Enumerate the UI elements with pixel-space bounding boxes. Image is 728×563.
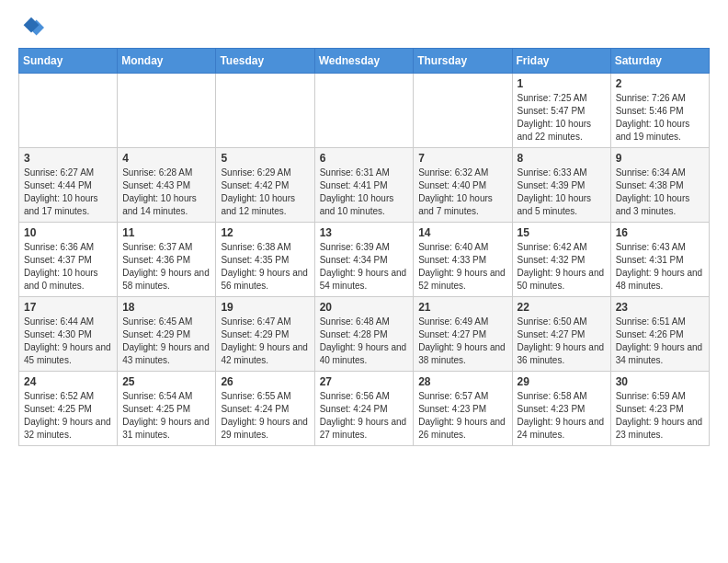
day-info: Sunrise: 6:51 AM Sunset: 4:26 PM Dayligh… — [616, 316, 704, 367]
calendar-cell: 6Sunrise: 6:31 AM Sunset: 4:41 PM Daylig… — [314, 148, 414, 223]
day-info: Sunrise: 6:59 AM Sunset: 4:23 PM Dayligh… — [616, 390, 704, 442]
weekday-header: Thursday — [414, 49, 512, 74]
day-info: Sunrise: 6:42 AM Sunset: 4:32 PM Dayligh… — [518, 241, 606, 293]
day-info: Sunrise: 6:52 AM Sunset: 4:25 PM Dayligh… — [24, 390, 112, 442]
calendar-week-row: 17Sunrise: 6:44 AM Sunset: 4:30 PM Dayli… — [19, 297, 710, 372]
calendar-cell — [216, 74, 314, 148]
calendar-cell: 14Sunrise: 6:40 AM Sunset: 4:33 PM Dayli… — [414, 223, 512, 297]
day-number: 19 — [221, 301, 309, 314]
day-number: 14 — [418, 226, 506, 239]
day-info: Sunrise: 6:50 AM Sunset: 4:27 PM Dayligh… — [518, 316, 606, 367]
weekday-header: Wednesday — [314, 49, 414, 74]
day-number: 12 — [221, 226, 309, 239]
day-number: 6 — [320, 152, 409, 165]
calendar-cell: 12Sunrise: 6:38 AM Sunset: 4:35 PM Dayli… — [216, 223, 314, 297]
calendar-cell — [118, 74, 216, 148]
weekday-header: Saturday — [610, 49, 709, 74]
calendar-cell: 28Sunrise: 6:57 AM Sunset: 4:23 PM Dayli… — [414, 372, 512, 446]
calendar-cell: 19Sunrise: 6:47 AM Sunset: 4:29 PM Dayli… — [216, 297, 314, 372]
calendar-cell: 1Sunrise: 7:25 AM Sunset: 5:47 PM Daylig… — [512, 74, 610, 148]
day-number: 18 — [122, 301, 210, 314]
day-number: 30 — [616, 375, 704, 388]
calendar-cell: 17Sunrise: 6:44 AM Sunset: 4:30 PM Dayli… — [19, 297, 118, 372]
day-info: Sunrise: 6:48 AM Sunset: 4:28 PM Dayligh… — [320, 316, 409, 367]
calendar-cell — [19, 74, 118, 148]
day-info: Sunrise: 6:49 AM Sunset: 4:27 PM Dayligh… — [418, 316, 506, 367]
logo-icon — [18, 15, 44, 40]
calendar-cell — [314, 74, 414, 148]
day-number: 29 — [518, 375, 606, 388]
day-number: 15 — [518, 226, 606, 239]
logo — [18, 15, 48, 40]
calendar-cell: 5Sunrise: 6:29 AM Sunset: 4:42 PM Daylig… — [216, 148, 314, 223]
calendar-cell: 24Sunrise: 6:52 AM Sunset: 4:25 PM Dayli… — [19, 372, 118, 446]
day-info: Sunrise: 6:58 AM Sunset: 4:23 PM Dayligh… — [518, 390, 606, 442]
calendar-week-row: 1Sunrise: 7:25 AM Sunset: 5:47 PM Daylig… — [19, 74, 710, 148]
day-number: 23 — [616, 301, 704, 314]
calendar-week-row: 3Sunrise: 6:27 AM Sunset: 4:44 PM Daylig… — [19, 148, 710, 223]
calendar-cell: 30Sunrise: 6:59 AM Sunset: 4:23 PM Dayli… — [610, 372, 709, 446]
day-number: 26 — [221, 375, 309, 388]
day-number: 3 — [24, 152, 112, 165]
day-info: Sunrise: 6:38 AM Sunset: 4:35 PM Dayligh… — [221, 241, 309, 293]
calendar-cell: 3Sunrise: 6:27 AM Sunset: 4:44 PM Daylig… — [19, 148, 118, 223]
day-info: Sunrise: 6:29 AM Sunset: 4:42 PM Dayligh… — [221, 167, 309, 218]
day-number: 11 — [122, 226, 210, 239]
calendar: SundayMondayTuesdayWednesdayThursdayFrid… — [18, 48, 710, 446]
day-info: Sunrise: 6:31 AM Sunset: 4:41 PM Dayligh… — [320, 167, 409, 218]
calendar-week-row: 10Sunrise: 6:36 AM Sunset: 4:37 PM Dayli… — [19, 223, 710, 297]
calendar-cell: 16Sunrise: 6:43 AM Sunset: 4:31 PM Dayli… — [610, 223, 709, 297]
day-info: Sunrise: 6:36 AM Sunset: 4:37 PM Dayligh… — [24, 241, 112, 293]
weekday-header: Monday — [118, 49, 216, 74]
day-info: Sunrise: 6:54 AM Sunset: 4:25 PM Dayligh… — [122, 390, 210, 442]
day-info: Sunrise: 6:47 AM Sunset: 4:29 PM Dayligh… — [221, 316, 309, 367]
calendar-cell: 11Sunrise: 6:37 AM Sunset: 4:36 PM Dayli… — [118, 223, 216, 297]
day-number: 27 — [320, 375, 409, 388]
day-number: 24 — [24, 375, 112, 388]
calendar-cell: 26Sunrise: 6:55 AM Sunset: 4:24 PM Dayli… — [216, 372, 314, 446]
day-number: 9 — [616, 152, 704, 165]
day-info: Sunrise: 6:55 AM Sunset: 4:24 PM Dayligh… — [221, 390, 309, 442]
weekday-header: Friday — [512, 49, 610, 74]
day-number: 17 — [24, 301, 112, 314]
calendar-cell: 13Sunrise: 6:39 AM Sunset: 4:34 PM Dayli… — [314, 223, 414, 297]
day-number: 7 — [418, 152, 506, 165]
weekday-header-row: SundayMondayTuesdayWednesdayThursdayFrid… — [19, 49, 710, 74]
day-info: Sunrise: 6:34 AM Sunset: 4:38 PM Dayligh… — [616, 167, 704, 218]
day-number: 21 — [418, 301, 506, 314]
header — [18, 15, 710, 40]
day-number: 20 — [320, 301, 409, 314]
weekday-header: Sunday — [19, 49, 118, 74]
calendar-cell: 9Sunrise: 6:34 AM Sunset: 4:38 PM Daylig… — [610, 148, 709, 223]
calendar-cell: 22Sunrise: 6:50 AM Sunset: 4:27 PM Dayli… — [512, 297, 610, 372]
day-info: Sunrise: 6:44 AM Sunset: 4:30 PM Dayligh… — [24, 316, 112, 367]
day-number: 4 — [122, 152, 210, 165]
weekday-header: Tuesday — [216, 49, 314, 74]
calendar-cell: 21Sunrise: 6:49 AM Sunset: 4:27 PM Dayli… — [414, 297, 512, 372]
calendar-cell: 18Sunrise: 6:45 AM Sunset: 4:29 PM Dayli… — [118, 297, 216, 372]
calendar-cell: 10Sunrise: 6:36 AM Sunset: 4:37 PM Dayli… — [19, 223, 118, 297]
day-info: Sunrise: 6:33 AM Sunset: 4:39 PM Dayligh… — [518, 167, 606, 218]
day-number: 25 — [122, 375, 210, 388]
day-info: Sunrise: 6:40 AM Sunset: 4:33 PM Dayligh… — [418, 241, 506, 293]
day-info: Sunrise: 6:45 AM Sunset: 4:29 PM Dayligh… — [122, 316, 210, 367]
day-info: Sunrise: 6:56 AM Sunset: 4:24 PM Dayligh… — [320, 390, 409, 442]
day-number: 8 — [518, 152, 606, 165]
day-info: Sunrise: 6:57 AM Sunset: 4:23 PM Dayligh… — [418, 390, 506, 442]
day-info: Sunrise: 6:27 AM Sunset: 4:44 PM Dayligh… — [24, 167, 112, 218]
calendar-cell: 2Sunrise: 7:26 AM Sunset: 5:46 PM Daylig… — [610, 74, 709, 148]
calendar-cell: 4Sunrise: 6:28 AM Sunset: 4:43 PM Daylig… — [118, 148, 216, 223]
day-number: 5 — [221, 152, 309, 165]
day-number: 22 — [518, 301, 606, 314]
day-info: Sunrise: 6:37 AM Sunset: 4:36 PM Dayligh… — [122, 241, 210, 293]
day-number: 13 — [320, 226, 409, 239]
calendar-cell: 7Sunrise: 6:32 AM Sunset: 4:40 PM Daylig… — [414, 148, 512, 223]
day-info: Sunrise: 7:26 AM Sunset: 5:46 PM Dayligh… — [616, 92, 704, 144]
day-number: 2 — [616, 77, 704, 90]
day-info: Sunrise: 6:43 AM Sunset: 4:31 PM Dayligh… — [616, 241, 704, 293]
calendar-cell: 27Sunrise: 6:56 AM Sunset: 4:24 PM Dayli… — [314, 372, 414, 446]
calendar-cell: 8Sunrise: 6:33 AM Sunset: 4:39 PM Daylig… — [512, 148, 610, 223]
calendar-cell: 15Sunrise: 6:42 AM Sunset: 4:32 PM Dayli… — [512, 223, 610, 297]
day-number: 28 — [418, 375, 506, 388]
calendar-week-row: 24Sunrise: 6:52 AM Sunset: 4:25 PM Dayli… — [19, 372, 710, 446]
